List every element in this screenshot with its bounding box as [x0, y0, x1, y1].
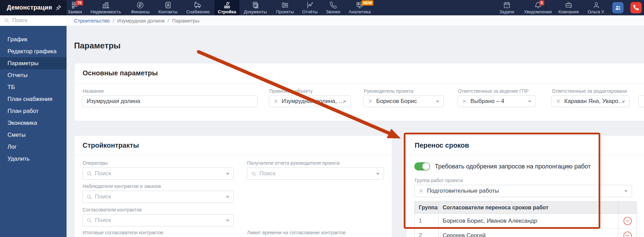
object-link-select[interactable]: ✕ Изумрудная долина, … — [269, 95, 351, 107]
clear-icon[interactable]: ✕ — [556, 98, 561, 105]
field-label-nazvanie: Название — [83, 88, 104, 94]
nav-item-requests[interactable]: 76 Заявки — [64, 0, 85, 15]
nav-item-documents[interactable]: Документы — [240, 0, 270, 15]
contract-approvers-select[interactable]: Поиск — [82, 214, 234, 226]
nav-item-finance[interactable]: Финансы — [128, 0, 153, 15]
field-label-operatory: Операторы — [83, 160, 108, 166]
toggle-knob — [422, 163, 430, 170]
edit-responsible-value: Караван Яна, Уваро… — [564, 98, 624, 105]
nav-item-realestate[interactable]: Недвижимость — [87, 0, 124, 15]
brand-block[interactable]: Демонстрация — [0, 0, 67, 15]
approval-required-toggle[interactable] — [414, 162, 430, 171]
table-row: 2 Сергеев Сергей — [415, 228, 636, 237]
nav-item-user-menu[interactable]: Ольга У. — [584, 0, 608, 15]
field-label-privyazka: Привязка к объекту — [269, 88, 313, 94]
sidebar-item-parametry[interactable]: Параметры — [0, 57, 67, 69]
nav-item-company[interactable]: Компания — [555, 0, 582, 15]
divider — [74, 155, 392, 155]
chevron-down-icon — [226, 173, 229, 175]
select-placeholder: Поиск — [259, 170, 275, 177]
sidebar-item-tb[interactable]: ТБ — [0, 81, 67, 93]
clear-icon[interactable]: ✕ — [419, 188, 424, 195]
nav-item-label: Контакты — [158, 9, 177, 14]
contracts-title: Стройконтракты — [83, 142, 139, 149]
report-recipients-select[interactable]: Поиск — [247, 167, 384, 180]
edit-responsible-select[interactable]: ✕ Караван Яна, Уваро… — [552, 95, 630, 107]
nav-item-contacts[interactable]: Контакты — [155, 0, 181, 15]
breadcrumb: Строительство / Изумрудная долина / Пара… — [67, 15, 644, 26]
clear-icon[interactable]: ✕ — [462, 98, 467, 105]
nav-item-label: Недвижимость — [90, 9, 121, 14]
sidebar-search[interactable] — [0, 15, 67, 26]
field-label-gpr: Ответственные за ведение ГПР — [458, 88, 529, 94]
pin-icon[interactable] — [55, 4, 62, 11]
gpr-responsible-select[interactable]: ✕ Выбрано – 4 — [458, 95, 536, 107]
main-params-title: Основные параметры — [83, 69, 158, 77]
remove-row-icon[interactable] — [623, 217, 632, 225]
clear-icon[interactable]: ✕ — [368, 98, 373, 105]
nav-item-construction[interactable]: Стройка — [214, 0, 239, 15]
nav-item-label: Ольга У. — [588, 9, 605, 14]
nav-item-calls[interactable]: Звонки — [323, 0, 344, 15]
reschedule-title: Перенос сроков — [415, 142, 469, 149]
divider — [406, 155, 644, 155]
sidebar-item-smety[interactable]: Сметы — [0, 129, 67, 141]
row-group-number: 1 — [415, 214, 439, 228]
nav-item-label: Заявки — [68, 9, 82, 14]
sidebar-item-grafik[interactable]: График — [0, 33, 67, 45]
nav-item-label: Аналитика — [349, 9, 371, 14]
call-button[interactable] — [630, 2, 642, 13]
project-manager-select[interactable]: ✕ Борисов Борис — [363, 95, 444, 107]
col-header-actions — [618, 202, 636, 213]
nav-item-supply[interactable]: Снабжение — [183, 0, 213, 15]
left-sidebar: График Редактор графика Параметры Отчеты… — [0, 15, 67, 237]
search-icon — [87, 194, 92, 199]
phone-icon — [633, 4, 639, 11]
nav-item-label: Стройка — [218, 9, 236, 14]
sidebar-item-otchety[interactable]: Отчеты — [0, 69, 67, 81]
row-actions-cell — [618, 228, 636, 237]
nav-item-label: Компания — [558, 9, 579, 14]
sidebar-item-udalit[interactable]: Удалить — [0, 153, 67, 165]
field-label-limit: Лимит времени на согласование контрактов — [247, 230, 346, 235]
remove-row-icon[interactable] — [623, 231, 632, 237]
sidebar-item-redaktor-grafika[interactable]: Редактор графика — [0, 45, 67, 57]
gpr-responsible-value: Выбрано – 4 — [470, 98, 504, 105]
nav-item-label: Задачи — [499, 9, 514, 14]
people-button[interactable] — [612, 2, 624, 13]
trowel-icon — [223, 1, 231, 9]
phone-icon — [329, 1, 337, 9]
row-approvers-select[interactable]: Борисов Борис, Иванов Александр — [439, 214, 618, 228]
breadcrumb-separator: / — [168, 18, 169, 24]
nav-item-tasks[interactable]: Задачи — [496, 0, 518, 15]
chevron-down-icon — [622, 101, 625, 103]
breadcrumb-item-current: Параметры — [172, 18, 199, 24]
contacts-icon — [164, 1, 172, 9]
work-group-select[interactable]: ✕ Подготовительные работы — [414, 185, 632, 197]
chevron-down-icon — [528, 101, 531, 103]
sidebar-search-input[interactable] — [12, 17, 62, 24]
chart-icon — [306, 1, 314, 9]
nav-item-analytics[interactable]: NEW Аналитика — [345, 0, 374, 15]
operators-select[interactable]: Поиск — [82, 167, 234, 180]
sidebar-item-plan-snabzheniya[interactable]: План снабжения — [0, 93, 67, 105]
work-group-value: Подготовительные работы — [427, 188, 499, 194]
sidebar-item-ekonomika[interactable]: Экономика — [0, 117, 67, 129]
nav-item-reports[interactable]: Отчёты — [299, 0, 321, 15]
sidebar-item-plan-rabot[interactable]: План работ — [0, 105, 67, 117]
contract-observers-select[interactable]: Поиск — [82, 191, 234, 203]
field-label-itogovye: Итоговые согласователи контрактов — [83, 230, 163, 235]
breadcrumb-link-stroitelstvo[interactable]: Строительство — [74, 18, 110, 24]
user-icon — [592, 1, 600, 9]
row-approvers-select[interactable]: Сергеев Сергей — [439, 228, 618, 237]
breadcrumb-item-obyekt[interactable]: Изумрудная долина — [117, 18, 165, 24]
name-input-value: Изумрудная долина — [87, 98, 140, 105]
name-input[interactable]: Изумрудная долина — [82, 95, 258, 107]
sidebar-menu: График Редактор графика Параметры Отчеты… — [0, 33, 67, 165]
sidebar-item-log[interactable]: Лог — [0, 141, 67, 153]
nav-item-notifications[interactable]: 9 Уведомления — [520, 0, 555, 15]
cut-off-field[interactable] — [638, 95, 644, 107]
nav-item-projects[interactable]: Проекты — [273, 0, 297, 15]
clear-icon[interactable]: ✕ — [273, 98, 278, 105]
app-window: Демонстрация 76 Заявки Недвижимость Фина… — [0, 0, 644, 237]
